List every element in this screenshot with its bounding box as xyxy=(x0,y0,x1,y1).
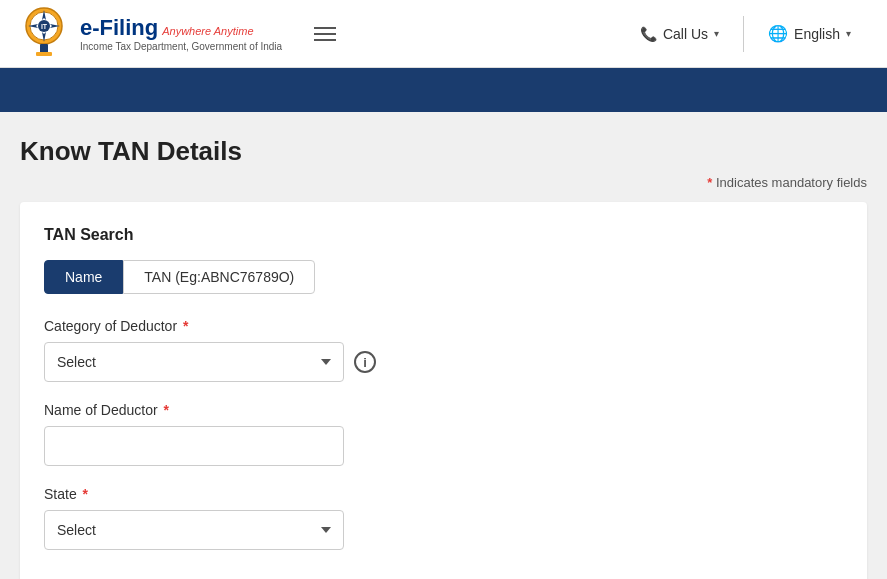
mandatory-note-text: Indicates mandatory fields xyxy=(716,175,867,190)
mandatory-star: * xyxy=(707,175,712,190)
toggle-tan-button[interactable]: TAN (Eg:ABNC76789O) xyxy=(123,260,315,294)
header-divider xyxy=(743,16,744,52)
category-select-wrapper: Select i xyxy=(44,342,843,382)
state-select[interactable]: Select xyxy=(44,510,344,550)
toggle-name-button[interactable]: Name xyxy=(44,260,123,294)
logo-e-label: e-Filing xyxy=(80,15,158,41)
state-label: State * xyxy=(44,486,843,502)
phone-icon: 📞 xyxy=(640,26,657,42)
logo-anywhere-label: Anywhere Anytime xyxy=(162,25,253,37)
form-card: TAN Search Name TAN (Eg:ABNC76789O) Cate… xyxy=(20,202,867,579)
call-us-chevron-icon: ▾ xyxy=(714,28,719,39)
site-header: IT e-Filing Anywhere Anytime Income Tax … xyxy=(0,0,887,68)
logo-text: e-Filing Anywhere Anytime Income Tax Dep… xyxy=(80,15,282,52)
hamburger-line-2 xyxy=(314,33,336,35)
main-content: Know TAN Details * Indicates mandatory f… xyxy=(0,112,887,579)
name-input[interactable] xyxy=(44,426,344,466)
category-info-icon[interactable]: i xyxy=(354,351,376,373)
hamburger-line-1 xyxy=(314,27,336,29)
hamburger-menu-button[interactable] xyxy=(310,23,340,45)
logo-subtitle: Income Tax Department, Government of Ind… xyxy=(80,41,282,52)
logo-emblem: IT xyxy=(20,6,68,62)
state-required-marker: * xyxy=(83,486,88,502)
name-label: Name of Deductor * xyxy=(44,402,843,418)
language-label: English xyxy=(794,26,840,42)
header-left: IT e-Filing Anywhere Anytime Income Tax … xyxy=(20,6,340,62)
mandatory-note: * Indicates mandatory fields xyxy=(20,175,867,190)
tan-search-title: TAN Search xyxy=(44,226,843,244)
name-field: Name of Deductor * xyxy=(44,402,843,466)
header-right: 📞 Call Us ▾ 🌐 English ▾ xyxy=(624,16,867,52)
call-us-button[interactable]: 📞 Call Us ▾ xyxy=(624,18,735,50)
svg-text:IT: IT xyxy=(41,23,48,30)
state-field: State * Select xyxy=(44,486,843,550)
call-us-label: Call Us xyxy=(663,26,708,42)
category-select[interactable]: Select xyxy=(44,342,344,382)
hamburger-line-3 xyxy=(314,39,336,41)
category-field: Category of Deductor * Select i xyxy=(44,318,843,382)
search-type-toggle: Name TAN (Eg:ABNC76789O) xyxy=(44,260,843,294)
name-required-marker: * xyxy=(164,402,169,418)
sub-header-nav xyxy=(0,68,887,112)
page-title: Know TAN Details xyxy=(20,136,867,167)
language-chevron-icon: ▾ xyxy=(846,28,851,39)
svg-rect-8 xyxy=(36,52,52,56)
category-label: Category of Deductor * xyxy=(44,318,843,334)
category-required-marker: * xyxy=(183,318,188,334)
language-button[interactable]: 🌐 English ▾ xyxy=(752,16,867,51)
globe-icon: 🌐 xyxy=(768,24,788,43)
